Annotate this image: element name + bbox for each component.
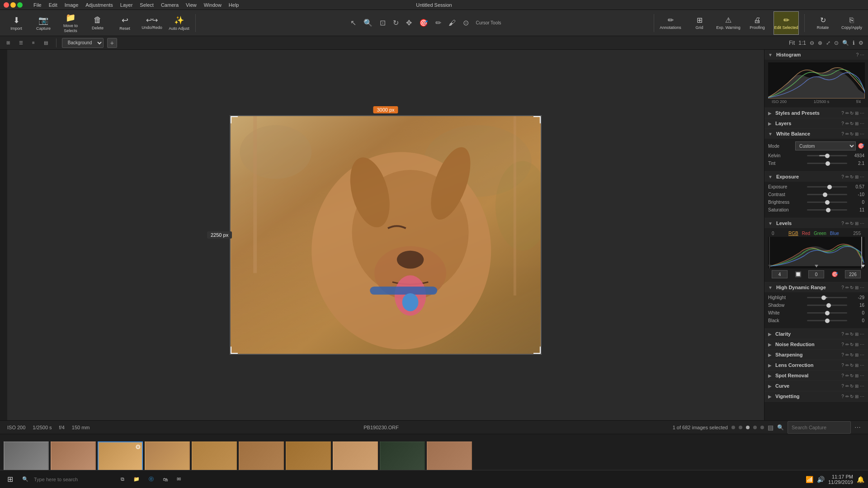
rotate-button[interactable]: ↻ Rotate xyxy=(810,11,835,35)
menu-window[interactable]: Window xyxy=(204,2,222,8)
vignetting-header[interactable]: ▶ Vignetting ? ✏ ↻ ⊞ ⋯ xyxy=(764,391,868,401)
exp-warning-button[interactable]: ⚠ Exp. Warning xyxy=(716,11,741,35)
levels-input-min[interactable] xyxy=(772,270,788,278)
lens-correction-header[interactable]: ▶ Lens Correction ? ✏ ↻ ⊞ ⋯ xyxy=(764,360,868,370)
menu-help[interactable]: Help xyxy=(229,2,239,8)
auto-adjust-button[interactable]: ✨ Auto Adjust xyxy=(166,11,192,35)
saturation-track[interactable] xyxy=(807,209,847,211)
menu-image[interactable]: Image xyxy=(65,2,79,8)
cursor-tool-brush[interactable]: 🖌 xyxy=(447,17,458,29)
levels-input-max[interactable] xyxy=(845,270,861,278)
copy-apply-button[interactable]: ⎘ Copy/Apply xyxy=(839,11,864,35)
menu-file[interactable]: File xyxy=(33,2,42,8)
dot-1[interactable] xyxy=(731,426,735,429)
minimize-window-btn[interactable] xyxy=(10,2,16,8)
edit-selected-button[interactable]: ✏ Edit Selected xyxy=(774,11,799,35)
mail-button[interactable]: ✉ xyxy=(173,472,184,487)
notification-icon[interactable]: 🔔 xyxy=(857,476,864,483)
store-button[interactable]: 🛍 xyxy=(159,472,171,487)
taskbar-search-input[interactable] xyxy=(30,473,112,486)
levels-eyedropper-white[interactable]: 🎯 xyxy=(831,271,838,277)
main-image[interactable] xyxy=(230,115,542,355)
wb-mode-select[interactable]: Custom xyxy=(795,141,856,150)
settings-button[interactable]: ⚙ xyxy=(858,39,864,47)
cursor-tool-rotate[interactable]: ↻ xyxy=(391,17,401,29)
more-options-icon[interactable]: ⋯ xyxy=(854,424,861,431)
histogram-header[interactable]: ▼ Histogram ? ⋯ xyxy=(764,50,868,60)
capture-button[interactable]: 📷 Capture xyxy=(31,11,56,35)
cursor-tool-crop[interactable]: ⊡ xyxy=(378,17,387,29)
crop-handle-tr[interactable] xyxy=(533,116,541,123)
levels-tab-rgb[interactable]: RGB xyxy=(788,231,798,236)
menu-view[interactable]: View xyxy=(186,2,197,8)
search-button[interactable]: 🔍 xyxy=(19,472,115,487)
layers-header[interactable]: ▶ Layers ? ✏ ↻ ⊞ ⋯ xyxy=(764,118,868,128)
view-mode-detail[interactable]: ≡ xyxy=(29,39,38,46)
windows-start-button[interactable]: ⊞ xyxy=(4,472,17,487)
levels-eyedropper-black[interactable]: 🔲 xyxy=(795,271,802,277)
black-track[interactable] xyxy=(807,320,847,321)
dot-5[interactable] xyxy=(760,426,764,429)
close-window-btn[interactable] xyxy=(4,2,9,8)
wb-tint-track[interactable] xyxy=(807,163,847,164)
menu-select[interactable]: Select xyxy=(140,2,154,8)
zoom-1x-button[interactable]: 1:1 xyxy=(797,39,807,47)
crop-handle-bl[interactable] xyxy=(231,347,238,354)
crop-handle-br[interactable] xyxy=(533,347,541,354)
wb-eyedropper-button[interactable]: 🎯 xyxy=(858,143,864,149)
proofing-button[interactable]: 🖨 Proofing xyxy=(745,11,770,35)
annotations-button[interactable]: ✏ Annotations xyxy=(658,11,683,35)
volume-icon[interactable]: 🔊 xyxy=(817,476,825,483)
delete-button[interactable]: 🗑 Delete xyxy=(85,11,110,35)
maximize-window-btn[interactable] xyxy=(17,2,23,8)
loupe-button[interactable]: 🔍 xyxy=(841,39,850,47)
wb-kelvin-track[interactable] xyxy=(807,155,847,156)
filmstrip-toggle[interactable]: ▤ xyxy=(768,424,774,431)
styles-presets-header[interactable]: ▶ Styles and Presets ? ✏ ↻ ⊞ ⋯ xyxy=(764,108,868,118)
dot-2[interactable] xyxy=(739,426,742,429)
menu-adjustments[interactable]: Adjustments xyxy=(85,2,113,8)
crop-handle-tl[interactable] xyxy=(231,116,238,123)
levels-header[interactable]: ▼ Levels ? ✏ ↻ ⊞ ⋯ xyxy=(764,218,868,228)
highlight-track[interactable] xyxy=(807,297,847,298)
curve-header[interactable]: ▶ Curve ? ✏ ↻ ⊞ ⋯ xyxy=(764,381,868,391)
view-mode-filmstrip[interactable]: ▤ xyxy=(41,39,51,46)
menu-edit[interactable]: Edit xyxy=(49,2,57,8)
dot-4[interactable] xyxy=(753,426,757,429)
brightness-track[interactable] xyxy=(807,202,847,203)
layer-selector[interactable]: Background xyxy=(62,38,104,48)
undo-redo-button[interactable]: ↩↪ Undo/Redo xyxy=(139,11,165,35)
levels-tab-blue[interactable]: Blue xyxy=(830,231,839,236)
import-button[interactable]: ⬇ Import xyxy=(4,11,29,35)
hdr-header[interactable]: ▼ High Dynamic Range ? ✏ ↻ ⊞ ⋯ xyxy=(764,282,868,292)
view-mode-list[interactable]: ☰ xyxy=(16,39,26,46)
canvas-area[interactable]: 3000 px xyxy=(7,50,764,420)
file-explorer-button[interactable]: 📁 xyxy=(130,472,143,487)
reset-button[interactable]: ↩ Reset xyxy=(112,11,137,35)
focus-button[interactable]: ⊙ xyxy=(833,39,840,47)
zoom-out-button[interactable]: ⊖ xyxy=(809,39,815,47)
levels-tab-green[interactable]: Green xyxy=(814,231,826,236)
exposure-track[interactable] xyxy=(807,186,847,188)
cursor-tool-eyedropper[interactable]: 🎯 xyxy=(417,17,430,29)
cursor-tool-move[interactable]: ✥ xyxy=(404,17,414,29)
system-clock[interactable]: 11:17 PM 11/29/2019 xyxy=(828,474,853,485)
dot-3[interactable] xyxy=(746,426,750,429)
noise-reduction-header[interactable]: ▶ Noise Reduction ? ✏ ↻ ⊞ ⋯ xyxy=(764,339,868,349)
task-view-button[interactable]: ⧉ xyxy=(117,472,128,487)
edge-button[interactable]: ⓔ xyxy=(145,472,157,487)
network-icon[interactable]: 📶 xyxy=(806,476,813,483)
move-to-selects-button[interactable]: 📁 Move to Selects xyxy=(58,11,83,35)
white-balance-header[interactable]: ▼ White Balance ? ✏ ↻ ⊞ ⋯ xyxy=(764,129,868,139)
cursor-tool-clone[interactable]: ⊙ xyxy=(461,17,471,29)
cursor-tool-pen[interactable]: ✏ xyxy=(434,17,443,29)
white-track[interactable] xyxy=(807,312,847,314)
sharpening-header[interactable]: ▶ Sharpening ? ✏ ↻ ⊞ ⋯ xyxy=(764,350,868,360)
full-screen-button[interactable]: ⤢ xyxy=(825,39,831,47)
grid-button[interactable]: ⊞ Grid xyxy=(687,11,712,35)
fit-button[interactable]: Fit xyxy=(788,39,796,47)
menu-layer[interactable]: Layer xyxy=(120,2,133,8)
info-button[interactable]: ℹ xyxy=(852,39,856,47)
contrast-track[interactable] xyxy=(807,194,847,195)
levels-tab-red[interactable]: Red xyxy=(802,231,810,236)
